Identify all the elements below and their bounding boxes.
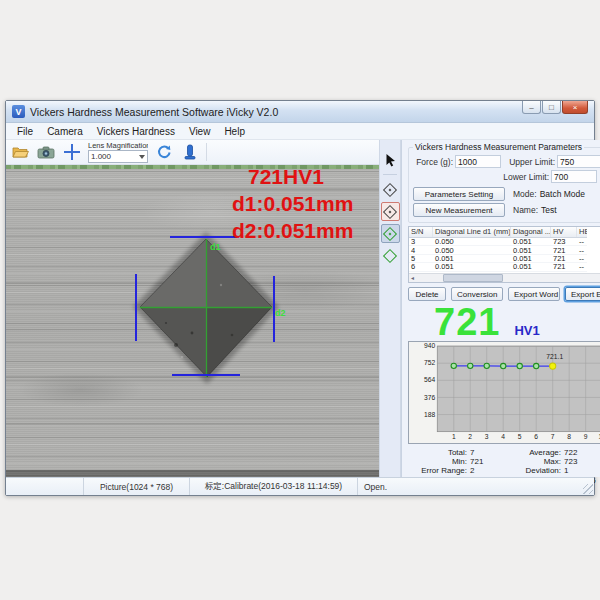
parameters-group-title: Vickers Hardness Measurement Parameters [413, 142, 584, 152]
svg-text:752: 752 [424, 359, 435, 366]
new-measurement-button[interactable]: New Measurement [413, 203, 505, 217]
results-panel: Vickers Hardness Measurement Parameters … [401, 140, 600, 477]
svg-text:376: 376 [424, 394, 435, 401]
toolbar-separator [206, 143, 207, 161]
table-hscroll[interactable]: ◄ ► [409, 273, 600, 282]
conversion-button[interactable]: Conversion [451, 287, 503, 301]
results-table: S/NDiagonal Line d1 (mm)Diagonal ...HVHB… [408, 226, 600, 283]
svg-text:564: 564 [424, 376, 435, 383]
svg-text:940: 940 [424, 342, 435, 349]
column-header[interactable]: S/N [409, 227, 433, 237]
window-title: Vickers Hardness Measurement Software iV… [30, 106, 278, 118]
d2-tag: d2 [275, 308, 286, 318]
stat-label: Deviation: [500, 466, 564, 475]
crosshair-tool-button[interactable] [62, 142, 82, 162]
cursor-arrow-icon [384, 153, 397, 167]
hscroll-thumb[interactable] [443, 274, 503, 282]
column-header[interactable]: Diagonal Line d1 (mm) [433, 227, 511, 237]
stat-value: 2 [470, 466, 500, 475]
stat-label: Average: [500, 448, 564, 457]
menu-file[interactable]: File [10, 125, 40, 138]
scroll-left-icon[interactable]: ◄ [410, 275, 415, 281]
svg-text:6: 6 [534, 433, 538, 440]
mode-label: Mode: [513, 189, 537, 199]
open-image-button[interactable] [10, 142, 30, 162]
stat-value: 1 [564, 466, 600, 475]
close-button[interactable]: × [562, 101, 588, 114]
hv-annotation-line2: d1:0.051mm [232, 190, 353, 217]
lower-limit-input[interactable] [551, 170, 597, 183]
column-header[interactable]: Diagonal ... [511, 227, 551, 237]
window-controls: – □ × [521, 101, 588, 114]
menu-camera[interactable]: Camera [40, 125, 90, 138]
stat-value: 7 [470, 448, 500, 457]
minimize-button[interactable]: – [522, 101, 541, 114]
upper-limit-input[interactable] [557, 155, 600, 168]
svg-text:8: 8 [567, 433, 571, 440]
export-excel-button[interactable]: Export Excel [565, 287, 600, 301]
current-result: 721 HV1 [408, 302, 600, 339]
menu-view[interactable]: View [182, 125, 218, 138]
parameters-setting-button[interactable]: Parameters Setting [413, 187, 505, 201]
upper-limit-label: Upper Limit: [505, 157, 555, 167]
status-calibrate-info: 标定:Calibrate(2016-03-18 11:14:59) [190, 478, 358, 495]
delete-button[interactable]: Delete [408, 287, 446, 301]
diamond-green-selected-icon [383, 226, 397, 240]
svg-text:4: 4 [501, 433, 505, 440]
hardness-value: 721 [434, 306, 500, 339]
pointer-tool-button[interactable] [381, 150, 400, 169]
diamond-red-tool-button[interactable] [381, 202, 400, 221]
measure-tool-strip [379, 140, 401, 477]
stat-value: 722 [564, 448, 600, 457]
table-actions: Delete Conversion Export Word Export Exc… [408, 287, 600, 301]
diamond-green-selected-tool-button[interactable] [381, 224, 400, 243]
lens-magnification-group: Lens Magnification 1.000 [88, 141, 148, 163]
menu-bar: FileCameraVickers HardnessViewHelp [6, 123, 594, 140]
name-label: Name: [513, 205, 538, 215]
hv-annotation-line1: 721HV1 [232, 165, 353, 190]
lens-magnification-combo[interactable]: 1.000 [88, 150, 148, 163]
hv-trend-chart: 18837656475294012345678910721.1 [408, 341, 600, 444]
diamond-green-icon [383, 248, 397, 262]
title-bar[interactable]: V Vickers Hardness Measurement Software … [6, 101, 594, 123]
force-input[interactable] [455, 155, 501, 168]
table-header: S/NDiagonal Line d1 (mm)Diagonal ...HVHB… [409, 227, 587, 238]
stage-down-button[interactable] [180, 142, 200, 162]
camera-icon [37, 146, 55, 159]
tool-strip-separator [383, 174, 397, 175]
diamond-tool-button[interactable] [381, 180, 400, 199]
refresh-button[interactable] [154, 142, 174, 162]
menu-vickers-hardness[interactable]: Vickers Hardness [90, 125, 182, 138]
toolbar: Lens Magnification 1.000 [6, 140, 379, 165]
mode-value: Batch Mode [540, 189, 585, 199]
lens-magnification-value: 1.000 [91, 152, 111, 161]
svg-text:1: 1 [452, 433, 456, 440]
stat-value: 721 [470, 457, 500, 466]
left-column: Lens Magnification 1.000 [6, 140, 379, 477]
status-bar: Picture(1024 * 768) 标定:Calibrate(2016-03… [6, 477, 594, 495]
force-label: Force (g): [413, 157, 453, 167]
export-word-button[interactable]: Export Word [508, 287, 560, 301]
diamond-green-tool-button[interactable] [381, 246, 400, 265]
d1-tag: d1 [210, 242, 221, 252]
micrograph-view[interactable]: d1 d2 721HV1 d1:0.051mm d2:0.051mm [6, 165, 379, 477]
chevron-down-icon [139, 155, 145, 159]
open-folder-icon [12, 145, 29, 159]
diamond-outline-icon [383, 182, 397, 196]
hardness-unit: HV1 [514, 323, 539, 339]
stat-value: 723 [564, 457, 600, 466]
column-header[interactable]: HV [551, 227, 577, 237]
app-icon[interactable]: V [12, 105, 25, 118]
stat-label: Max: [500, 457, 564, 466]
maximize-button[interactable]: □ [542, 101, 561, 114]
capture-image-button[interactable] [36, 142, 56, 162]
resize-grip[interactable] [583, 484, 593, 494]
stat-label: Total: [408, 448, 470, 457]
app-window: V Vickers Hardness Measurement Software … [5, 100, 595, 496]
column-header[interactable]: HBW [577, 227, 587, 237]
svg-text:2: 2 [468, 433, 472, 440]
status-open-text: Open. [364, 482, 387, 492]
menu-help[interactable]: Help [217, 125, 252, 138]
crosshair-icon [63, 143, 81, 161]
svg-text:5: 5 [518, 433, 522, 440]
